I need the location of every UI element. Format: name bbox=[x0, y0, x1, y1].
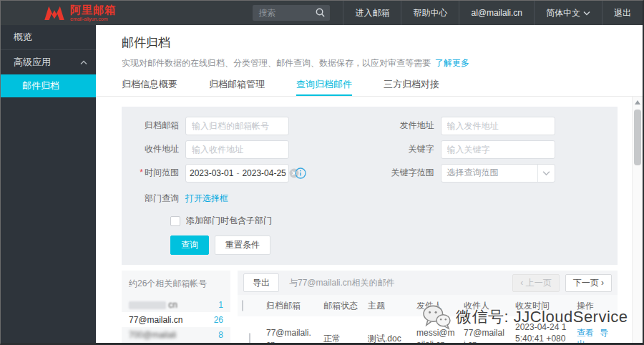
sender-address-input[interactable] bbox=[441, 117, 555, 135]
brand-logo[interactable]: 阿里邮箱 email-aliyun.com bbox=[1, 4, 165, 21]
top-header: 阿里邮箱 email-aliyun.com 进入邮箱 帮助中心 al@maila… bbox=[1, 1, 643, 25]
cell-time: 2023-04-24 15:40:41 +0800 bbox=[511, 316, 572, 345]
search-icon[interactable] bbox=[315, 7, 326, 21]
keyword-scope-select[interactable]: 选择查询范围 bbox=[441, 164, 555, 183]
results-table: 归档邮箱 邮箱状态 主题 发件人 收件人 收发时间 操作 bbox=[238, 295, 618, 345]
cell-status: 正常 bbox=[319, 316, 364, 345]
recipient-address-input[interactable] bbox=[185, 140, 289, 159]
export-button[interactable]: 导出 bbox=[243, 273, 279, 292]
nav-enter-mailbox[interactable]: 进入邮箱 bbox=[343, 1, 401, 25]
cell-recipient: 77@mailali.cn bbox=[459, 316, 511, 345]
select-chevron-down-icon bbox=[537, 165, 555, 182]
row-checkbox[interactable] bbox=[249, 333, 250, 344]
keyword-scope-label: 关键字范围 bbox=[370, 167, 434, 179]
brand-name: 阿里邮箱 bbox=[70, 4, 116, 15]
main-content: 邮件归档 实现对邮件数据的在线归档、分类管理、邮件查询、数据保存，以应对审查等需… bbox=[96, 25, 643, 345]
keyword-input[interactable] bbox=[441, 140, 555, 159]
prev-page-button[interactable]: ‹ 上一页 bbox=[512, 274, 559, 292]
table-header-row: 归档邮箱 邮箱状态 主题 发件人 收件人 收发时间 操作 bbox=[238, 295, 618, 316]
scroll-up-arrow-icon[interactable] bbox=[635, 100, 640, 105]
col-sender: 发件人 bbox=[412, 295, 459, 316]
account-list-item[interactable]: cn 1 bbox=[122, 297, 230, 312]
account-list-item-selected[interactable]: 77@mailali.cn 26 bbox=[122, 312, 230, 327]
app-window: 阿里邮箱 email-aliyun.com 进入邮箱 帮助中心 al@maila… bbox=[0, 0, 644, 345]
page-title: 邮件归档 bbox=[122, 34, 643, 51]
tab-bar: 归档信息概要 归档邮箱管理 查询归档邮件 三方归档对接 bbox=[96, 78, 643, 97]
date-separator: - bbox=[236, 168, 239, 178]
query-button[interactable]: 查询 bbox=[170, 235, 209, 255]
col-recipient: 收件人 bbox=[459, 295, 511, 316]
next-page-button[interactable]: 下一页 › bbox=[565, 274, 612, 292]
results-caption: 与77@mailali.cn相关的邮件 bbox=[289, 277, 395, 289]
view-link[interactable]: 查看 bbox=[577, 328, 594, 338]
date-end-value[interactable]: 2023-04-25 bbox=[242, 168, 286, 178]
header-search bbox=[253, 5, 330, 21]
cell-subject: 测试.doc bbox=[364, 316, 412, 345]
account-list-item[interactable]: 700@mailali 8 bbox=[122, 327, 230, 342]
cell-sender: messi@mailali.cn bbox=[412, 316, 459, 345]
required-asterisk: * bbox=[140, 167, 143, 178]
account-count: 1 bbox=[218, 300, 223, 310]
include-subdept-checkbox[interactable] bbox=[170, 216, 180, 226]
sidebar-item-advanced-apps[interactable]: 高级应用 bbox=[1, 50, 96, 74]
reset-button[interactable]: 重置条件 bbox=[215, 235, 270, 255]
chevron-down-icon bbox=[583, 11, 590, 16]
recipient-address-label: 收件地址 bbox=[122, 143, 179, 155]
time-range-label: *时间范围 bbox=[122, 167, 179, 179]
info-icon[interactable] bbox=[295, 167, 306, 179]
tab-archive-mailbox-management[interactable]: 归档邮箱管理 bbox=[209, 78, 265, 96]
mail-results-panel: 导出 与77@mailali.cn相关的邮件 ‹ 上一页 下一页 › bbox=[238, 271, 618, 345]
header-nav: 进入邮箱 帮助中心 al@mailali.cn 简体中文 退出 bbox=[343, 1, 643, 25]
sidebar-item-overview[interactable]: 概览 bbox=[1, 25, 96, 49]
date-start-value[interactable]: 2023-03-01 bbox=[190, 168, 233, 178]
brand-m-icon bbox=[44, 5, 65, 21]
col-archive-mailbox: 归档邮箱 bbox=[262, 295, 319, 316]
col-actions: 操作 bbox=[572, 295, 618, 316]
nav-logout[interactable]: 退出 bbox=[602, 1, 643, 25]
query-form-panel: 归档邮箱 发件地址 收件地址 bbox=[122, 107, 618, 265]
tab-third-party-archive[interactable]: 三方归档对接 bbox=[384, 78, 439, 96]
department-query-label: 部门查询 bbox=[122, 193, 179, 205]
tab-query-archived-mail[interactable]: 查询归档邮件 bbox=[296, 78, 352, 96]
col-time: 收发时间 bbox=[511, 295, 572, 316]
nav-account[interactable]: al@mailali.cn bbox=[459, 1, 534, 25]
pagination: ‹ 上一页 下一页 › bbox=[512, 274, 612, 292]
scroll-content: 归档邮箱 发件地址 收件地址 bbox=[96, 97, 632, 345]
sender-address-label: 发件地址 bbox=[370, 120, 434, 132]
sidebar: 概览 高级应用 邮件归档 bbox=[1, 25, 96, 345]
scrollbar-thumb[interactable] bbox=[634, 110, 641, 165]
vertical-scrollbar[interactable] bbox=[632, 97, 643, 345]
accounts-summary: 约26个相关邮箱帐号 bbox=[129, 278, 223, 290]
account-count: 8 bbox=[218, 330, 223, 340]
learn-more-link[interactable]: 了解更多 bbox=[435, 58, 469, 68]
nav-language[interactable]: 简体中文 bbox=[534, 1, 602, 25]
page-description: 实现对邮件数据的在线归档、分类管理、邮件查询、数据保存，以应对审查等需要了解更多 bbox=[122, 57, 643, 69]
chevron-up-icon bbox=[80, 60, 87, 65]
include-subdept-label: 添加部门时包含子部门 bbox=[186, 215, 272, 227]
archive-mailbox-label: 归档邮箱 bbox=[122, 120, 179, 132]
tab-archive-info-summary[interactable]: 归档信息概要 bbox=[122, 78, 177, 96]
table-toolbar: 导出 与77@mailali.cn相关的邮件 ‹ 上一页 下一页 › bbox=[238, 271, 618, 295]
time-range-picker[interactable]: 2023-03-01 - 2023-04-25 bbox=[185, 164, 289, 183]
col-subject: 主题 bbox=[364, 295, 412, 316]
account-list-item[interactable]: n 6 bbox=[122, 342, 230, 345]
open-selector-link[interactable]: 打开选择框 bbox=[185, 193, 228, 205]
sidebar-item-mail-archive[interactable]: 邮件归档 bbox=[1, 74, 96, 97]
account-count: 26 bbox=[214, 315, 223, 325]
keyword-label: 关键字 bbox=[370, 143, 434, 155]
archive-mailbox-input[interactable] bbox=[185, 117, 289, 135]
select-all-checkbox[interactable] bbox=[242, 300, 243, 311]
related-accounts-panel: 约26个相关邮箱帐号 cn 1 77@mailali.cn 26 700@mai… bbox=[122, 271, 230, 345]
cell-mailbox: 77@mailali.cn bbox=[262, 316, 319, 345]
nav-help-center[interactable]: 帮助中心 bbox=[401, 1, 459, 25]
brand-domain: email-aliyun.com bbox=[70, 16, 116, 21]
table-row: 77@mailali.cn 正常 测试.doc messi@mailali.cn… bbox=[238, 316, 618, 345]
col-mailbox-status: 邮箱状态 bbox=[319, 295, 364, 316]
